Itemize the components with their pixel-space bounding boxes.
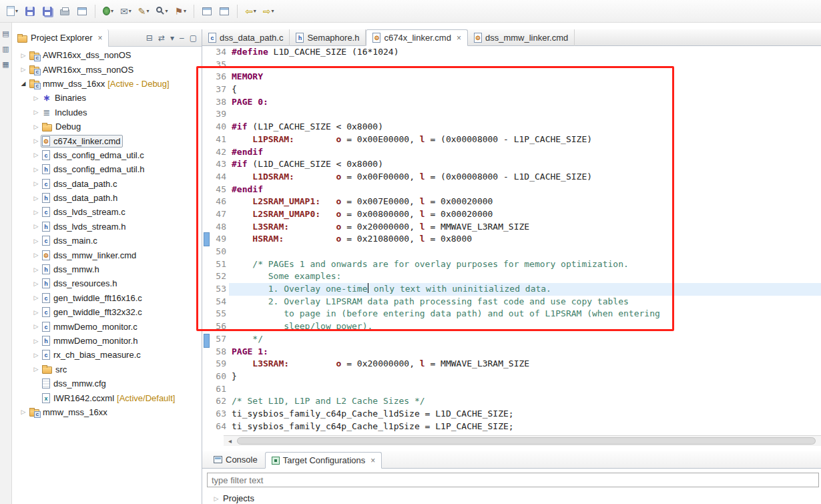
code-line[interactable]: 44 L1DSRAM: o = 0x00F00000, l = (0x00008… <box>202 171 821 184</box>
collapse-all-icon[interactable]: ⊟ <box>146 33 153 43</box>
tree-arrow-icon[interactable]: ▷ <box>31 280 41 287</box>
tree-item[interactable]: ▷AWR16xx_mss_nonOS <box>12 62 202 76</box>
tree-arrow-icon[interactable]: ▷ <box>31 209 41 216</box>
tree-item[interactable]: ▷src <box>12 362 202 376</box>
tree-arrow-icon[interactable]: ▷ <box>31 223 41 230</box>
code-editor[interactable]: 34#define L1D_CACHE_SIZE (16*1024)3536ME… <box>202 46 821 435</box>
code-line[interactable]: 36MEMORY <box>202 71 821 83</box>
tree-arrow-icon[interactable]: ▷ <box>31 123 41 130</box>
close-icon[interactable]: × <box>457 33 461 43</box>
code-line[interactable]: 48 L3SRAM: o = 0x20000000, l = MMWAVE_L3… <box>202 221 821 234</box>
back-button[interactable]: ⇦▾ <box>242 3 259 19</box>
tree-item[interactable]: ▷hdss_mmw.h <box>12 262 202 276</box>
code-line[interactable]: 50 <box>202 246 821 258</box>
restore-view-1-icon[interactable]: ▤ <box>2 28 9 39</box>
code-line[interactable]: 41 L1PSRAM: o = 0x00E00000, l = (0x00008… <box>202 134 821 146</box>
print-button[interactable] <box>57 3 73 19</box>
tree-item[interactable]: ▷cgen_twiddle_fft32x32.c <box>12 305 202 319</box>
close-icon[interactable]: × <box>97 33 102 43</box>
horizontal-scrollbar[interactable]: ◂ <box>224 435 821 446</box>
code-line[interactable]: 59 L3SRAM: o = 0x20000000, l = MMWAVE_L3… <box>202 358 821 370</box>
editor-tab[interactable]: cdss_data_path.c <box>202 29 290 46</box>
tree-arrow-icon[interactable]: ▷ <box>31 323 41 330</box>
tree-item[interactable]: ▷hdss_data_path.h <box>12 191 202 205</box>
save-button[interactable] <box>22 3 38 19</box>
bookmark-button[interactable]: ⚑▾ <box>172 3 190 19</box>
tree-arrow-icon[interactable]: ▷ <box>19 52 28 59</box>
tree-item[interactable]: ▷mmw_mss_16xx <box>12 405 202 419</box>
open-perspective-button[interactable] <box>199 3 215 19</box>
open-console-button[interactable] <box>74 3 90 19</box>
tree-item[interactable]: ▷cgen_twiddle_fft16x16.c <box>12 291 202 305</box>
code-line[interactable]: 57 */ <box>202 333 821 346</box>
filter-input[interactable] <box>207 473 819 487</box>
scroll-left-arrow-icon[interactable]: ◂ <box>225 437 235 445</box>
code-line[interactable]: 58PAGE 1: <box>202 346 821 358</box>
tree-arrow-icon[interactable]: ▷ <box>31 366 41 372</box>
code-line[interactable]: 53 1. Overlay one-time only text with un… <box>202 283 821 296</box>
scrollbar-thumb[interactable] <box>237 437 816 445</box>
tree-item[interactable]: ▷cdss_data_path.c <box>12 177 202 191</box>
restore-view-3-icon[interactable]: ▦ <box>2 59 9 69</box>
tree-arrow-icon[interactable]: ▷ <box>31 138 41 144</box>
tree-arrow-icon[interactable]: ◢ <box>19 80 28 87</box>
tree-arrow-icon[interactable]: ▷ <box>31 294 41 301</box>
tree-item[interactable]: ▷AWR16xx_dss_nonOS <box>12 48 202 62</box>
code-line[interactable]: 35 <box>202 59 821 71</box>
tree-item[interactable]: ▷hdss_config_edma_util.h <box>12 162 202 176</box>
code-line[interactable]: 45#endif <box>202 184 821 196</box>
code-line[interactable]: 61 <box>202 383 821 396</box>
tree-item[interactable]: ▷≣Includes <box>12 105 202 119</box>
code-line[interactable]: 47 L2SRAM_UMAP0: o = 0x00800000, l = 0x0… <box>202 208 821 221</box>
code-line[interactable]: 62/* Set L1D, L1P and L2 Cache Sizes */ <box>202 395 821 408</box>
code-line[interactable]: 51 /* PAGEs 1 and onwards are for overla… <box>202 258 821 271</box>
code-line[interactable]: 52 Some examples: <box>202 270 821 283</box>
tree-arrow-icon[interactable]: ▷ <box>31 309 41 316</box>
tree-item[interactable]: ▷cdss_config_edma_util.c <box>12 148 202 162</box>
editor-window-button[interactable] <box>216 3 232 19</box>
tree-item[interactable]: dss_mmw.cfg <box>12 376 202 391</box>
tree-item[interactable]: ▷hdss_resources.h <box>12 276 202 290</box>
tree-item[interactable]: ◢mmw_dss_16xx[Active - Debug] <box>12 77 202 91</box>
editor-tab[interactable]: hSemaphore.h <box>290 29 366 46</box>
code-line[interactable]: 37{ <box>202 83 821 96</box>
project-explorer-view-tab[interactable]: Project Explorer × <box>12 29 109 47</box>
tree-arrow-icon[interactable]: ▷ <box>31 95 41 101</box>
tree-item[interactable]: ▷crx_ch_bias_measure.c <box>12 348 202 362</box>
search-button[interactable]: ▾ <box>154 3 171 19</box>
tree-arrow-icon[interactable]: ▷ <box>31 109 41 115</box>
projects-tree-item[interactable]: ▷ Projects <box>212 493 254 503</box>
code-line[interactable]: 40#if (L1P_CACHE_SIZE < 0x8000) <box>202 121 821 134</box>
tree-arrow-icon[interactable]: ▷ <box>31 195 41 202</box>
code-line[interactable]: 54 2. Overlay L1PSRAM data path processi… <box>202 296 821 308</box>
editor-tab[interactable]: ⚙c674x_linker.cmd× <box>366 29 467 46</box>
bottom-tab[interactable]: Target Configurations× <box>265 452 382 469</box>
code-line[interactable]: 55 to page in (before entering data path… <box>202 308 821 320</box>
restore-view-2-icon[interactable]: ▥ <box>2 43 9 54</box>
code-line[interactable]: 64ti_sysbios_family_c64p_Cache_l1pSize =… <box>202 421 821 433</box>
tree-arrow-icon[interactable]: ▷ <box>19 409 28 415</box>
code-line[interactable]: 56 sleep/low power). <box>202 320 821 333</box>
tree-arrow-icon[interactable]: ▷ <box>31 352 41 358</box>
tree-item[interactable]: ▷hmmwDemo_monitor.h <box>12 334 202 348</box>
tree-item[interactable]: ▷hdss_lvds_stream.h <box>12 220 202 234</box>
tree-arrow-icon[interactable]: ▷ <box>31 266 41 273</box>
code-line[interactable]: 60} <box>202 370 821 383</box>
debug-button[interactable]: ▾ <box>100 3 116 19</box>
code-line[interactable]: 46 L2SRAM_UMAP1: o = 0x007E0000, l = 0x0… <box>202 196 821 208</box>
tree-item[interactable]: ▷cdss_main.c <box>12 234 202 248</box>
code-line[interactable]: 49 HSRAM: o = 0x21080000, l = 0x8000 <box>202 233 821 246</box>
tree-arrow-icon[interactable]: ▷ <box>31 238 41 244</box>
tree-item[interactable]: ▷Debug <box>12 119 202 134</box>
code-line[interactable]: 43#if (L1D_CACHE_SIZE < 0x8000) <box>202 158 821 171</box>
tree-item[interactable]: ▷⚙dss_mmw_linker.cmd <box>12 248 202 262</box>
view-menu-icon[interactable]: ▾ <box>170 33 174 43</box>
code-line[interactable]: 38PAGE 0: <box>202 96 821 109</box>
tree-arrow-icon[interactable]: ▷ <box>31 180 41 187</box>
editor-tab[interactable]: ⚙dss_mmw_linker.cmd <box>468 29 575 46</box>
tree-item[interactable]: xIWR1642.ccxml[Active/Default] <box>12 391 202 405</box>
maximize-icon[interactable]: ▢ <box>190 33 197 43</box>
tree-arrow-icon[interactable]: ▷ <box>19 66 28 73</box>
tree-item[interactable]: ▷cmmwDemo_monitor.c <box>12 319 202 333</box>
link-with-editor-icon[interactable]: ⇄ <box>158 33 165 43</box>
